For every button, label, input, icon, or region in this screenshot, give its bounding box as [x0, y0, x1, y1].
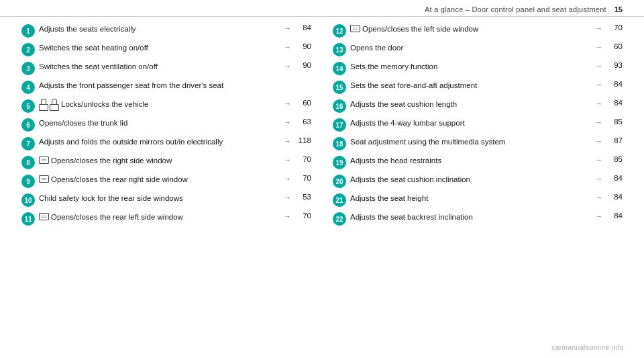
item-arrow: → — [284, 61, 291, 70]
item-page: 63 — [297, 118, 311, 126]
item-text: Adjusts the seat height — [350, 193, 590, 204]
item-text: Locks/unlocks the vehicle — [39, 99, 278, 111]
item-number: 17 — [333, 118, 346, 132]
item-text: Opens/closes the left side window — [350, 24, 590, 34]
item-number: 2 — [21, 43, 35, 56]
item-content: Locks/unlocks the vehicle→60 — [39, 99, 311, 111]
item-number: 14 — [333, 62, 346, 75]
item-arrow: → — [595, 80, 602, 89]
left-column: 1Adjusts the seats electrically→842Switc… — [21, 24, 311, 230]
item-content: Opens/closes the trunk lid→63 — [39, 118, 311, 128]
item-number: 21 — [333, 193, 346, 207]
item-text: Sets the memory function — [350, 61, 590, 72]
item-text: Opens/closes the right side window — [39, 155, 278, 166]
item-content: Switches the seat heating on/off→90 — [39, 42, 311, 53]
item-text: Adjusts the 4-way lumbar support — [350, 118, 590, 128]
item-arrow: → — [284, 24, 291, 32]
item-text: Child safety lock for the rear side wind… — [39, 193, 278, 204]
header-title: At a glance – Door control panel and sea… — [425, 5, 606, 13]
item-number: 8 — [21, 156, 35, 169]
item-arrow: → — [284, 174, 291, 183]
item-number: 11 — [21, 212, 35, 226]
item-text: Adjusts the seat cushion inclination — [350, 174, 590, 185]
list-item: 2Switches the seat heating on/off→90 — [21, 42, 311, 56]
item-content: Opens the door→60 — [350, 42, 623, 53]
item-page: 84 — [608, 80, 623, 88]
item-text: Adjusts the seat cushion length — [350, 99, 590, 109]
item-arrow: → — [284, 42, 291, 51]
item-number: 10 — [21, 193, 35, 207]
item-arrow: → — [595, 174, 602, 183]
item-page: 84 — [608, 212, 623, 220]
item-number: 16 — [333, 99, 346, 113]
list-item: 7Adjusts and folds the outside mirrors o… — [21, 136, 311, 150]
list-item: 13Opens the door→60 — [333, 42, 623, 56]
list-item: 5Locks/unlocks the vehicle→60 — [21, 99, 311, 113]
item-number: 18 — [333, 137, 346, 150]
item-content: Adjusts the head restraints→85 — [350, 155, 623, 166]
item-number: 5 — [21, 99, 35, 113]
item-number: 4 — [21, 81, 35, 94]
item-page: 85 — [608, 155, 623, 163]
item-text: Switches the seat ventilation on/off — [39, 61, 278, 72]
list-item: 14Sets the memory function→93 — [333, 61, 623, 75]
list-item: 16Adjusts the seat cushion length→84 — [333, 99, 623, 113]
item-number: 7 — [21, 137, 35, 150]
item-page: 93 — [608, 61, 623, 69]
item-page: 53 — [297, 193, 311, 201]
item-text: Adjusts the seats electrically — [39, 24, 278, 34]
item-arrow: → — [595, 136, 602, 145]
list-item: 15Sets the seat fore-and-aft adjustment→… — [333, 80, 623, 94]
item-content: Opens/closes the right side window→70 — [39, 155, 311, 166]
item-page: 84 — [608, 99, 623, 107]
list-item: 11Opens/closes the rear left side window… — [21, 212, 311, 226]
item-text: Switches the seat heating on/off — [39, 42, 278, 53]
watermark: carmanualsonline.info — [551, 344, 624, 351]
header-bar: At a glance – Door control panel and sea… — [0, 0, 644, 17]
page-number: 15 — [614, 5, 623, 13]
list-item: 8Opens/closes the right side window→70 — [21, 155, 311, 169]
item-content: Adjusts the 4-way lumbar support→85 — [350, 118, 623, 128]
item-arrow: → — [284, 212, 291, 220]
item-text: Adjusts the front passenger seat from th… — [39, 80, 311, 91]
list-item: 3Switches the seat ventilation on/off→90 — [21, 61, 311, 75]
item-arrow: → — [595, 118, 602, 126]
item-content: Sets the memory function→93 — [350, 61, 623, 72]
item-number: 19 — [333, 156, 346, 169]
item-number: 1 — [21, 24, 35, 38]
list-item: 21Adjusts the seat height→84 — [333, 193, 623, 207]
item-content: Child safety lock for the rear side wind… — [39, 193, 311, 204]
item-text: Opens/closes the rear left side window — [39, 212, 278, 222]
page-container: At a glance – Door control panel and sea… — [0, 0, 644, 358]
item-arrow: → — [284, 118, 291, 126]
list-item: 4Adjusts the front passenger seat from t… — [21, 80, 311, 94]
item-arrow: → — [595, 155, 602, 164]
item-arrow: → — [595, 99, 602, 107]
item-content: Adjusts and folds the outside mirrors ou… — [39, 136, 311, 147]
item-text: Opens/closes the trunk lid — [39, 118, 278, 128]
item-page: 60 — [608, 42, 623, 50]
item-arrow: → — [284, 136, 291, 145]
list-item: 9Opens/closes the rear right side window… — [21, 174, 311, 188]
item-arrow: → — [284, 193, 291, 202]
item-arrow: → — [595, 24, 602, 32]
item-number: 13 — [333, 43, 346, 56]
item-number: 22 — [333, 212, 346, 226]
item-text: Sets the seat fore-and-aft adjustment — [350, 80, 590, 91]
list-item: 20Adjusts the seat cushion inclination→8… — [333, 174, 623, 188]
item-content: Sets the seat fore-and-aft adjustment→84 — [350, 80, 623, 91]
item-text: Seat adjustment using the multimedia sys… — [350, 136, 590, 147]
item-number: 12 — [333, 24, 346, 38]
item-page: 87 — [608, 136, 623, 144]
item-text: Opens the door — [350, 42, 590, 53]
item-arrow: → — [595, 193, 602, 202]
list-item: 18Seat adjustment using the multimedia s… — [333, 136, 623, 150]
item-text: Adjusts the head restraints — [350, 155, 590, 166]
item-number: 6 — [21, 118, 35, 132]
item-content: Adjusts the seat cushion inclination→84 — [350, 174, 623, 185]
item-page: 85 — [608, 118, 623, 126]
item-page: 70 — [297, 212, 311, 220]
list-item: 12Opens/closes the left side window→70 — [333, 24, 623, 38]
item-number: 9 — [21, 175, 35, 188]
item-page: 90 — [297, 61, 311, 69]
